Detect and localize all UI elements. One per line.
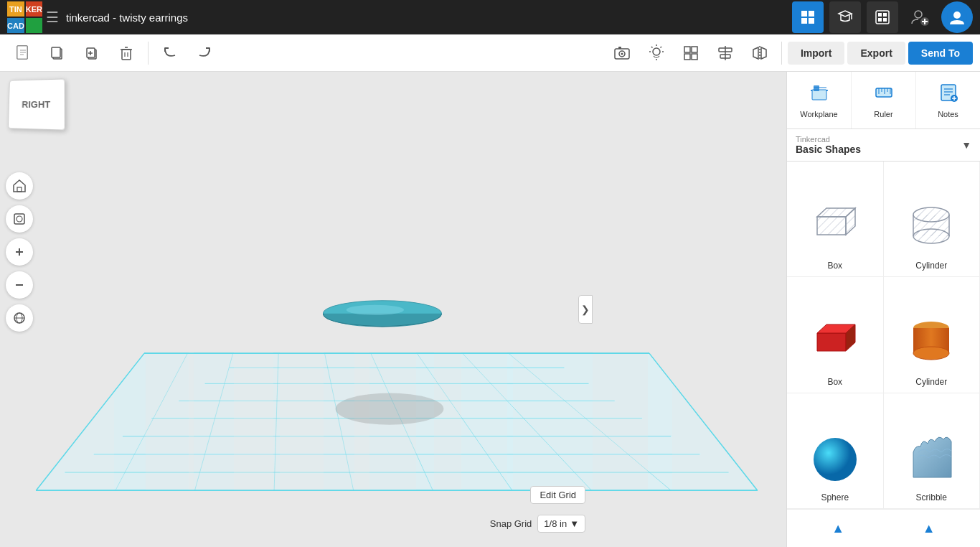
canvas-area[interactable]: RIGHT [0,72,786,547]
avatar-button[interactable] [941,1,973,33]
separator-1 [148,42,149,65]
mirror-button[interactable] [744,37,776,69]
duplicate-button[interactable] [76,37,108,69]
workplane-icon [809,83,829,107]
perspective-button[interactable] [6,304,33,332]
svg-rect-51 [17,187,22,192]
notes-tool-button[interactable]: Notes [916,72,980,128]
light-button[interactable] [641,37,672,69]
svg-rect-89 [812,90,826,100]
separator-2 [781,42,782,65]
scribble-label: Scribble [916,492,947,502]
svg-marker-115 [817,333,846,351]
sphere-label: Sphere [821,492,849,502]
shape-scribble[interactable]: Scribble [884,393,981,509]
cylinder-solid-icon [903,315,960,373]
logo-tin: TIN [7,1,24,17]
svg-point-120 [913,347,949,360]
svg-point-121 [814,438,857,481]
notes-icon [938,83,958,107]
snap-grid-value: 1/8 in [544,518,567,529]
align-button[interactable] [710,37,741,69]
new-button[interactable] [7,37,39,69]
svg-point-85 [336,393,444,424]
redo-button[interactable] [189,37,220,69]
delete-button[interactable] [110,37,142,69]
svg-point-87 [347,305,404,315]
fit-view-button[interactable] [6,205,33,233]
gallery-button[interactable] [867,1,898,33]
shapes-grid: Box Cylinder [787,162,980,509]
sendto-button[interactable]: Send To [908,42,973,65]
edit-grid-button[interactable]: Edit Grid [530,486,585,504]
ruler-label: Ruler [874,110,892,118]
shape-cylinder-solid[interactable]: Cylinder [884,277,981,393]
svg-point-34 [621,52,623,55]
snap-grid-area: Snap Grid 1/8 in ▼ [490,515,585,533]
import-button[interactable]: Import [788,42,845,65]
svg-rect-43 [684,47,690,52]
workplane-tool-button[interactable]: Workplane [787,72,852,128]
svg-rect-9 [883,18,887,22]
ruler-icon [874,83,894,107]
svg-rect-35 [618,47,621,49]
toolbar: Import Export Send To [0,34,980,72]
undo-button[interactable] [154,37,186,69]
svg-point-15 [953,11,961,19]
snap-button[interactable] [675,37,707,69]
svg-rect-0 [801,11,807,17]
shape-sphere[interactable]: Sphere [787,393,884,509]
svg-point-36 [653,48,660,55]
camera-button[interactable] [606,37,638,69]
svg-rect-90 [814,85,819,91]
logo-ker: KER [26,1,42,17]
scroll-up-button[interactable]: ▲ [825,515,851,541]
box-solid-label: Box [827,377,842,387]
svg-rect-5 [876,11,889,24]
snap-grid-select[interactable]: 1/8 in ▼ [537,515,585,533]
header-title: tinkercad - twisty earrings [66,11,785,24]
snap-grid-label: Snap Grid [490,518,532,529]
header-nav [792,1,973,33]
3d-scene[interactable] [0,72,786,547]
copy-button[interactable] [42,37,73,69]
zoom-out-button[interactable] [6,271,33,299]
category-vendor: Tinkercad [796,135,957,144]
menu-icon[interactable]: ☰ [46,9,59,26]
learn-button[interactable] [829,1,861,33]
sphere-icon [806,431,864,488]
shape-box-wireframe[interactable]: Box [787,162,884,277]
zoom-in-button[interactable] [6,238,33,266]
svg-point-114 [913,229,949,243]
notes-label: Notes [938,110,958,118]
logo-cad: CAD [7,18,24,33]
svg-point-10 [915,11,922,18]
svg-rect-2 [801,18,807,24]
svg-rect-22 [52,47,60,57]
svg-rect-7 [883,13,887,17]
shape-cylinder-wireframe[interactable]: Cylinder [884,162,981,277]
scribble-icon [903,431,960,488]
svg-rect-92 [876,88,892,97]
cylinder-wireframe-label: Cylinder [915,261,947,271]
collapse-panel-button[interactable]: ❯ [578,295,593,324]
view-controls [6,172,33,332]
svg-rect-3 [809,18,814,24]
category-dropdown-arrow[interactable]: ▼ [961,139,971,151]
shape-box-solid[interactable]: Box [787,277,884,393]
box-wireframe-label: Box [827,261,842,271]
ruler-tool-button[interactable]: Ruler [852,72,916,128]
svg-line-41 [651,47,653,48]
grid-view-button[interactable] [792,1,824,33]
bottom-arrows: ▲ ▲ [787,509,980,547]
add-account-button[interactable] [904,1,936,33]
right-panel: Workplane Ruler [786,72,980,547]
svg-point-53 [17,216,22,222]
header: TIN KER CAD ☰ tinkercad - twisty earring… [0,0,980,34]
home-view-button[interactable] [6,172,33,200]
logo[interactable]: TIN KER CAD [7,1,39,33]
export-button[interactable]: Export [847,42,905,65]
scroll-down-button[interactable]: ▲ [916,515,942,541]
svg-rect-52 [14,214,24,224]
svg-rect-1 [809,11,814,17]
